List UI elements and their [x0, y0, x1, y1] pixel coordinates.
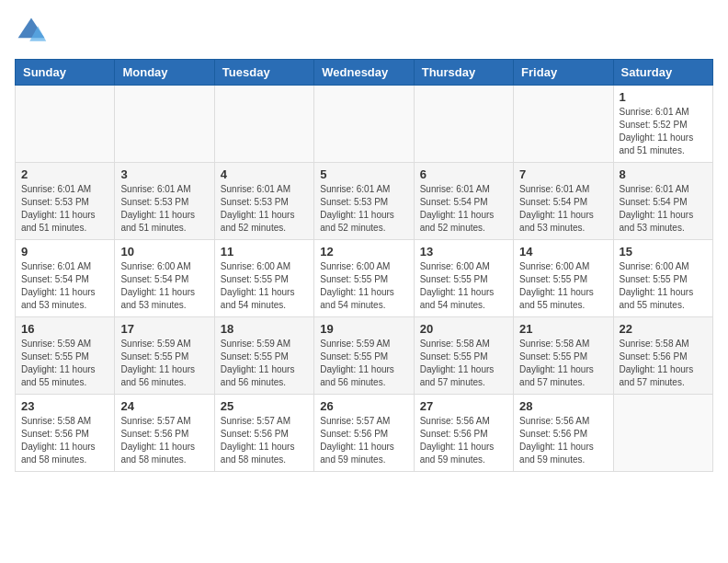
day-number: 20 — [420, 322, 507, 336]
day-info: Sunrise: 5:57 AM Sunset: 5:56 PM Dayligh… — [120, 415, 208, 466]
day-number: 27 — [420, 399, 507, 413]
day-info: Sunrise: 6:01 AM Sunset: 5:54 PM Dayligh… — [21, 260, 108, 312]
day-number: 9 — [21, 245, 108, 259]
day-number: 8 — [620, 167, 707, 181]
day-info: Sunrise: 5:57 AM Sunset: 5:56 PM Dayligh… — [221, 415, 308, 466]
calendar-header-saturday: Saturday — [613, 60, 712, 86]
day-number: 22 — [620, 322, 707, 336]
day-info: Sunrise: 5:58 AM Sunset: 5:56 PM Dayligh… — [21, 415, 108, 466]
calendar-day-empty — [16, 86, 115, 163]
day-number: 1 — [620, 90, 707, 104]
calendar-day-3: 3Sunrise: 6:01 AM Sunset: 5:53 PM Daylig… — [115, 163, 214, 240]
calendar-day-9: 9Sunrise: 6:01 AM Sunset: 5:54 PM Daylig… — [16, 240, 115, 317]
day-info: Sunrise: 6:01 AM Sunset: 5:53 PM Dayligh… — [221, 183, 308, 235]
day-info: Sunrise: 6:01 AM Sunset: 5:52 PM Dayligh… — [620, 106, 707, 157]
calendar-header-sunday: Sunday — [16, 60, 115, 86]
calendar-header-thursday: Thursday — [414, 60, 513, 86]
day-info: Sunrise: 5:58 AM Sunset: 5:56 PM Dayligh… — [620, 338, 707, 389]
calendar-day-27: 27Sunrise: 5:56 AM Sunset: 5:56 PM Dayli… — [414, 395, 513, 472]
calendar-day-4: 4Sunrise: 6:01 AM Sunset: 5:53 PM Daylig… — [214, 163, 313, 240]
calendar-week-3: 16Sunrise: 5:59 AM Sunset: 5:55 PM Dayli… — [16, 317, 713, 395]
day-info: Sunrise: 6:01 AM Sunset: 5:54 PM Dayligh… — [420, 183, 507, 235]
day-number: 26 — [320, 399, 407, 413]
calendar-day-25: 25Sunrise: 5:57 AM Sunset: 5:56 PM Dayli… — [214, 395, 313, 472]
calendar-header-friday: Friday — [514, 60, 613, 86]
calendar-day-empty — [514, 86, 613, 163]
calendar-day-1: 1Sunrise: 6:01 AM Sunset: 5:52 PM Daylig… — [613, 86, 712, 163]
day-info: Sunrise: 5:56 AM Sunset: 5:56 PM Dayligh… — [519, 415, 607, 466]
day-number: 15 — [620, 245, 707, 259]
calendar-day-16: 16Sunrise: 5:59 AM Sunset: 5:55 PM Dayli… — [16, 317, 115, 395]
logo — [15, 15, 53, 48]
day-number: 13 — [420, 245, 507, 259]
calendar-header-wednesday: Wednesday — [314, 60, 414, 86]
day-info: Sunrise: 6:00 AM Sunset: 5:55 PM Dayligh… — [420, 260, 507, 312]
day-number: 23 — [21, 399, 108, 413]
day-info: Sunrise: 5:59 AM Sunset: 5:55 PM Dayligh… — [221, 338, 308, 389]
day-info: Sunrise: 5:58 AM Sunset: 5:55 PM Dayligh… — [519, 338, 607, 389]
calendar-day-11: 11Sunrise: 6:00 AM Sunset: 5:55 PM Dayli… — [214, 240, 313, 317]
calendar-week-4: 23Sunrise: 5:58 AM Sunset: 5:56 PM Dayli… — [16, 395, 713, 472]
day-number: 11 — [221, 245, 308, 259]
calendar-header-row: SundayMondayTuesdayWednesdayThursdayFrid… — [16, 60, 713, 86]
day-info: Sunrise: 5:56 AM Sunset: 5:56 PM Dayligh… — [420, 415, 507, 466]
calendar-week-2: 9Sunrise: 6:01 AM Sunset: 5:54 PM Daylig… — [16, 240, 713, 317]
day-number: 6 — [420, 167, 507, 181]
calendar-table: SundayMondayTuesdayWednesdayThursdayFrid… — [15, 59, 713, 472]
day-info: Sunrise: 6:01 AM Sunset: 5:54 PM Dayligh… — [519, 183, 607, 235]
calendar-day-10: 10Sunrise: 6:00 AM Sunset: 5:54 PM Dayli… — [115, 240, 214, 317]
calendar-day-17: 17Sunrise: 5:59 AM Sunset: 5:55 PM Dayli… — [115, 317, 214, 395]
calendar-day-21: 21Sunrise: 5:58 AM Sunset: 5:55 PM Dayli… — [514, 317, 613, 395]
day-number: 3 — [120, 167, 208, 181]
day-info: Sunrise: 6:00 AM Sunset: 5:55 PM Dayligh… — [320, 260, 407, 312]
day-info: Sunrise: 6:01 AM Sunset: 5:54 PM Dayligh… — [620, 183, 707, 235]
calendar-day-20: 20Sunrise: 5:58 AM Sunset: 5:55 PM Dayli… — [414, 317, 513, 395]
day-number: 7 — [519, 167, 607, 181]
calendar-week-1: 2Sunrise: 6:01 AM Sunset: 5:53 PM Daylig… — [16, 163, 713, 240]
day-info: Sunrise: 6:00 AM Sunset: 5:55 PM Dayligh… — [620, 260, 707, 312]
day-info: Sunrise: 5:59 AM Sunset: 5:55 PM Dayligh… — [21, 338, 108, 389]
calendar-day-28: 28Sunrise: 5:56 AM Sunset: 5:56 PM Dayli… — [514, 395, 613, 472]
day-number: 12 — [320, 245, 407, 259]
day-info: Sunrise: 6:01 AM Sunset: 5:53 PM Dayligh… — [21, 183, 108, 235]
calendar-day-8: 8Sunrise: 6:01 AM Sunset: 5:54 PM Daylig… — [613, 163, 712, 240]
calendar-day-22: 22Sunrise: 5:58 AM Sunset: 5:56 PM Dayli… — [613, 317, 712, 395]
day-info: Sunrise: 6:01 AM Sunset: 5:53 PM Dayligh… — [320, 183, 407, 235]
logo-icon — [15, 15, 48, 48]
calendar-day-14: 14Sunrise: 6:00 AM Sunset: 5:55 PM Dayli… — [514, 240, 613, 317]
day-info: Sunrise: 6:00 AM Sunset: 5:54 PM Dayligh… — [120, 260, 208, 312]
calendar-day-7: 7Sunrise: 6:01 AM Sunset: 5:54 PM Daylig… — [514, 163, 613, 240]
calendar-day-26: 26Sunrise: 5:57 AM Sunset: 5:56 PM Dayli… — [314, 395, 414, 472]
calendar-day-18: 18Sunrise: 5:59 AM Sunset: 5:55 PM Dayli… — [214, 317, 313, 395]
day-info: Sunrise: 6:00 AM Sunset: 5:55 PM Dayligh… — [519, 260, 607, 312]
calendar-day-12: 12Sunrise: 6:00 AM Sunset: 5:55 PM Dayli… — [314, 240, 414, 317]
day-info: Sunrise: 6:01 AM Sunset: 5:53 PM Dayligh… — [120, 183, 208, 235]
day-info: Sunrise: 5:57 AM Sunset: 5:56 PM Dayligh… — [320, 415, 407, 466]
day-info: Sunrise: 5:58 AM Sunset: 5:55 PM Dayligh… — [420, 338, 507, 389]
page-header — [15, 15, 713, 48]
calendar-day-empty — [214, 86, 313, 163]
day-number: 10 — [120, 245, 208, 259]
day-number: 16 — [21, 322, 108, 336]
calendar-day-empty — [115, 86, 214, 163]
day-number: 25 — [221, 399, 308, 413]
day-number: 4 — [221, 167, 308, 181]
day-number: 2 — [21, 167, 108, 181]
day-number: 28 — [519, 399, 607, 413]
calendar-day-5: 5Sunrise: 6:01 AM Sunset: 5:53 PM Daylig… — [314, 163, 414, 240]
day-number: 24 — [120, 399, 208, 413]
calendar-day-24: 24Sunrise: 5:57 AM Sunset: 5:56 PM Dayli… — [115, 395, 214, 472]
calendar-header-tuesday: Tuesday — [214, 60, 313, 86]
day-number: 5 — [320, 167, 407, 181]
calendar-day-19: 19Sunrise: 5:59 AM Sunset: 5:55 PM Dayli… — [314, 317, 414, 395]
day-number: 18 — [221, 322, 308, 336]
day-number: 17 — [120, 322, 208, 336]
day-info: Sunrise: 5:59 AM Sunset: 5:55 PM Dayligh… — [320, 338, 407, 389]
calendar-day-2: 2Sunrise: 6:01 AM Sunset: 5:53 PM Daylig… — [16, 163, 115, 240]
day-info: Sunrise: 6:00 AM Sunset: 5:55 PM Dayligh… — [221, 260, 308, 312]
calendar-day-6: 6Sunrise: 6:01 AM Sunset: 5:54 PM Daylig… — [414, 163, 513, 240]
calendar-header-monday: Monday — [115, 60, 214, 86]
calendar-day-empty — [414, 86, 513, 163]
day-number: 14 — [519, 245, 607, 259]
day-number: 21 — [519, 322, 607, 336]
